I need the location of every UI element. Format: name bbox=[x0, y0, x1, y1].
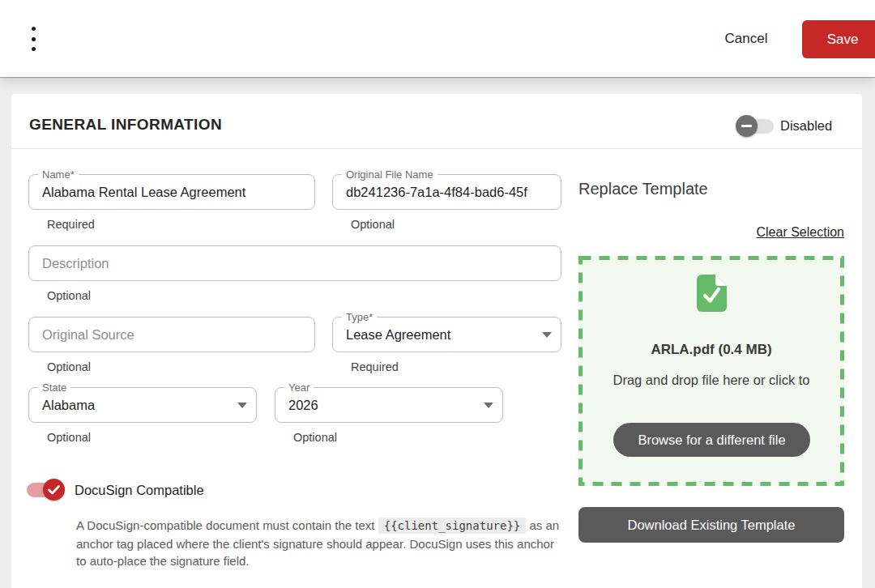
original-file-name-helper-text: Optional bbox=[351, 218, 395, 231]
save-button[interactable]: Save bbox=[802, 20, 875, 58]
replace-template-title: Replace Template bbox=[578, 180, 708, 198]
toggle-thumb-check-icon bbox=[43, 479, 65, 501]
type-helper-text: Required bbox=[351, 360, 399, 373]
year-select[interactable]: Year 2026 bbox=[275, 387, 503, 423]
selected-file-label: ARLA.pdf (0.4 MB) bbox=[578, 342, 844, 358]
name-field-label: Name* bbox=[38, 168, 79, 181]
disabled-toggle-label: Disabled bbox=[780, 118, 832, 134]
original-source-field bbox=[28, 317, 315, 352]
client-signature-code-chip: {{client_signature}} bbox=[378, 518, 527, 534]
description-field bbox=[28, 245, 561, 281]
state-select[interactable]: State Alabama bbox=[28, 387, 257, 423]
note-text-before: A DocuSign-compatible document must cont… bbox=[76, 518, 378, 532]
original-file-name-field: Original File Name bbox=[332, 174, 561, 210]
disabled-toggle[interactable] bbox=[736, 115, 775, 137]
docusign-note: A DocuSign-compatible document must cont… bbox=[76, 517, 561, 570]
state-select-value: Alabama bbox=[42, 398, 95, 413]
state-helper-text: Optional bbox=[47, 431, 91, 444]
general-information-card: GENERAL INFORMATION Disabled Name* Origi… bbox=[11, 94, 862, 588]
kebab-menu-icon[interactable] bbox=[28, 27, 40, 51]
original-file-name-field-label: Original File Name bbox=[342, 168, 438, 181]
chevron-down-icon bbox=[484, 403, 493, 408]
year-select-label: Year bbox=[284, 381, 314, 394]
original-source-helper-text: Optional bbox=[47, 360, 91, 373]
file-dropzone[interactable]: ARLA.pdf (0.4 MB) Drag and drop file her… bbox=[578, 256, 844, 486]
name-helper-text: Required bbox=[47, 218, 95, 231]
type-select[interactable]: Type* Lease Agreement bbox=[332, 317, 561, 352]
year-select-value: 2026 bbox=[288, 398, 318, 413]
top-action-bar: Cancel Save bbox=[0, 0, 875, 77]
browse-file-button[interactable]: Browse for a different file bbox=[613, 423, 810, 457]
section-title: GENERAL INFORMATION bbox=[29, 116, 222, 134]
header-divider bbox=[11, 148, 862, 149]
cancel-button[interactable]: Cancel bbox=[705, 22, 788, 56]
year-helper-text: Optional bbox=[293, 431, 337, 444]
docusign-toggle-label: DocuSign Compatible bbox=[75, 483, 204, 498]
clear-selection-link[interactable]: Clear Selection bbox=[757, 225, 845, 240]
chevron-down-icon bbox=[542, 332, 552, 338]
state-select-label: State bbox=[38, 381, 70, 394]
original-source-input[interactable] bbox=[29, 317, 314, 352]
name-field: Name* bbox=[28, 174, 315, 210]
download-existing-template-button[interactable]: Download Existing Template bbox=[578, 507, 844, 543]
type-select-value: Lease Agreement bbox=[346, 327, 450, 343]
toggle-thumb-minus-icon bbox=[736, 115, 758, 137]
docusign-compatible-toggle[interactable] bbox=[25, 479, 65, 501]
chevron-down-icon bbox=[237, 403, 247, 408]
type-select-label: Type* bbox=[342, 311, 377, 323]
description-input[interactable] bbox=[29, 246, 561, 280]
dropzone-instruction: Drag and drop file here or click to bbox=[578, 373, 844, 388]
description-helper-text: Optional bbox=[47, 289, 91, 302]
file-check-icon bbox=[696, 275, 727, 312]
